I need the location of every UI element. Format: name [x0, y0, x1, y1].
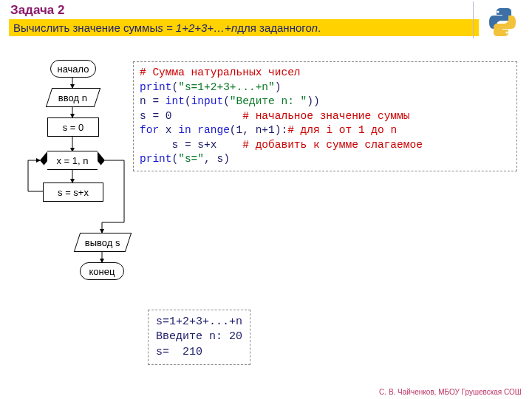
task-tail: . — [318, 21, 321, 34]
flow-loop: x = 1, n — [40, 151, 105, 169]
task-statement: Вычислить значение суммы s = 1+2+3+…+n д… — [9, 19, 479, 36]
task-n: n — [312, 21, 318, 34]
flow-end: конец — [80, 262, 124, 280]
task-formula: s = 1+2+3+…+n — [157, 21, 237, 34]
task-suffix: для заданного — [237, 21, 312, 34]
code-listing: # Сумма натуральных чисел print("s=1+2+3… — [133, 61, 517, 171]
svg-point-0 — [497, 10, 499, 13]
python-logo-icon — [486, 6, 519, 41]
task-prefix: Вычислить значение суммы — [13, 21, 157, 34]
flowchart: начало ввод n s = 0 x = 1, n s = s+x выв… — [6, 58, 139, 317]
svg-point-1 — [505, 31, 508, 33]
vertical-divider — [473, 1, 474, 38]
footer-credit: С. В. Чайченков, МБОУ Грушевская СОШ — [379, 388, 522, 396]
flow-body: s = s+x — [43, 183, 103, 202]
page-title: Задача 2 — [10, 3, 64, 18]
flow-init: s = 0 — [47, 117, 99, 137]
flow-output: вывод s — [74, 233, 132, 252]
flow-start: начало — [50, 60, 96, 78]
flow-input: ввод n — [46, 88, 100, 107]
program-output: s=1+2+3+...+n Введите n: 20 s= 210 — [148, 310, 250, 365]
